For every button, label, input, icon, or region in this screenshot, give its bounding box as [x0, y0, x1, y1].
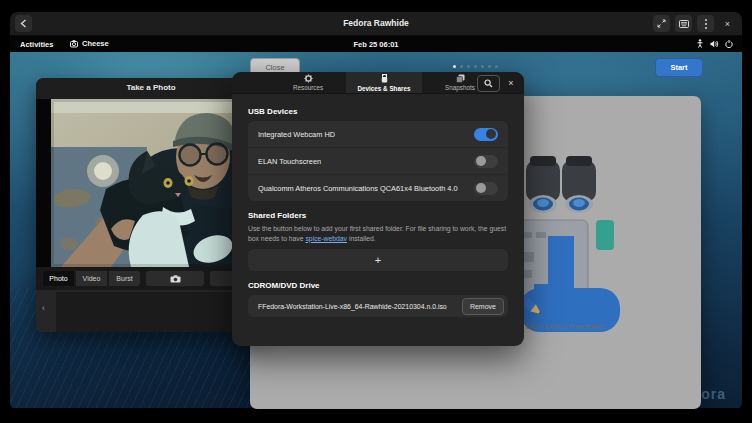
accessibility-icon: [696, 39, 704, 48]
vm-properties-dialog: Resources Devices & Shares Snapshots ×: [232, 72, 524, 346]
snapshots-icon: [456, 74, 465, 83]
system-tray[interactable]: [696, 39, 733, 48]
tab-resources[interactable]: Resources: [270, 72, 346, 93]
gnome-topbar: Activities Cheese Feb 25 06:01: [10, 36, 742, 53]
usb-device-toggle[interactable]: [474, 155, 498, 168]
mode-burst-button[interactable]: Burst: [108, 270, 141, 287]
dialog-tabbar: Resources Devices & Shares Snapshots ×: [232, 72, 524, 94]
page-dot[interactable]: [460, 65, 463, 68]
tab-devices-shares[interactable]: Devices & Shares: [346, 72, 422, 93]
shared-folders-section-title: Shared Folders: [248, 211, 508, 220]
dialog-search-button[interactable]: [477, 75, 500, 92]
prerelease-caption: tation Edition Prerelease).: [526, 323, 607, 330]
usb-device-toggle[interactable]: [474, 182, 498, 195]
usb-device-name: Integrated Webcam HD: [258, 130, 335, 139]
window-title: Fedora Rawhide: [10, 18, 742, 28]
usb-device-row: ELAN Touchscreen: [248, 148, 508, 175]
page-dots[interactable]: [453, 65, 498, 68]
shared-folders-description: Use the button below to add your first s…: [248, 224, 508, 243]
volume-icon: [710, 40, 719, 48]
page-dot[interactable]: [453, 65, 456, 68]
tab-snapshots-label: Snapshots: [445, 84, 475, 91]
fullscreen-button[interactable]: [653, 15, 670, 32]
dialog-close-button[interactable]: ×: [503, 75, 519, 90]
mode-video-button[interactable]: Video: [75, 270, 108, 287]
kebab-menu-icon: [705, 19, 707, 29]
power-icon: [725, 40, 733, 48]
boxes-titlebar: Fedora Rawhide ×: [10, 12, 742, 36]
page-dot[interactable]: [481, 65, 484, 68]
keyboard-button[interactable]: [675, 15, 692, 32]
gear-icon: [304, 74, 313, 83]
usb-device-name: Qualcomm Atheros Communications QCA61x4 …: [258, 184, 458, 193]
page-dot[interactable]: [488, 65, 491, 68]
description-text: installed.: [347, 235, 376, 242]
usb-device-toggle[interactable]: [474, 128, 498, 141]
dialog-content: USB Devices Integrated Webcam HD ELAN To…: [248, 93, 508, 346]
page-dot[interactable]: [495, 65, 498, 68]
gallery-prev-button[interactable]: ‹: [42, 303, 45, 313]
keyboard-icon: [679, 20, 689, 28]
magnifier-icon: [484, 79, 493, 88]
usb-devices-card: Integrated Webcam HD ELAN Touchscreen Qu…: [248, 121, 508, 201]
clock[interactable]: Feb 25 06:01: [10, 40, 742, 49]
take-photo-button[interactable]: [145, 270, 205, 287]
cheese-mode-switcher: Photo Video Burst: [42, 270, 141, 287]
window-close-button[interactable]: ×: [719, 15, 736, 32]
spice-webdav-link[interactable]: spice-webdav: [305, 235, 347, 242]
add-shared-folder-button[interactable]: +: [248, 249, 508, 271]
cdrom-row: FFedora-Workstation-Live-x86_64-Rawhide-…: [248, 295, 508, 317]
usb-icon: [381, 74, 388, 84]
vm-start-button[interactable]: Start: [655, 58, 703, 77]
tab-resources-label: Resources: [293, 84, 323, 91]
screen: Fedora Rawhide × Activities Cheese Feb 2…: [0, 0, 752, 423]
camera-icon: [170, 275, 181, 283]
remove-iso-button[interactable]: Remove: [462, 298, 504, 315]
description-text: Use the button below to add your first s…: [248, 225, 506, 242]
mode-photo-button[interactable]: Photo: [42, 270, 75, 287]
menu-button[interactable]: [697, 15, 714, 32]
boxes-window: Fedora Rawhide × Activities Cheese Feb 2…: [10, 12, 742, 410]
page-dot[interactable]: [467, 65, 470, 68]
page-dot[interactable]: [474, 65, 477, 68]
fullscreen-arrows-icon: [657, 19, 666, 28]
tab-devices-shares-label: Devices & Shares: [358, 85, 411, 92]
usb-device-row: Qualcomm Atheros Communications QCA61x4 …: [248, 175, 508, 201]
cdrom-section-title: CDROM/DVD Drive: [248, 281, 508, 290]
usb-device-name: ELAN Touchscreen: [258, 157, 321, 166]
usb-device-row: Integrated Webcam HD: [248, 121, 508, 148]
usb-section-title: USB Devices: [248, 107, 508, 116]
vm-desktop: fedora Close Start: [10, 52, 742, 410]
iso-file-name: FFedora-Workstation-Live-x86_64-Rawhide-…: [258, 303, 447, 310]
